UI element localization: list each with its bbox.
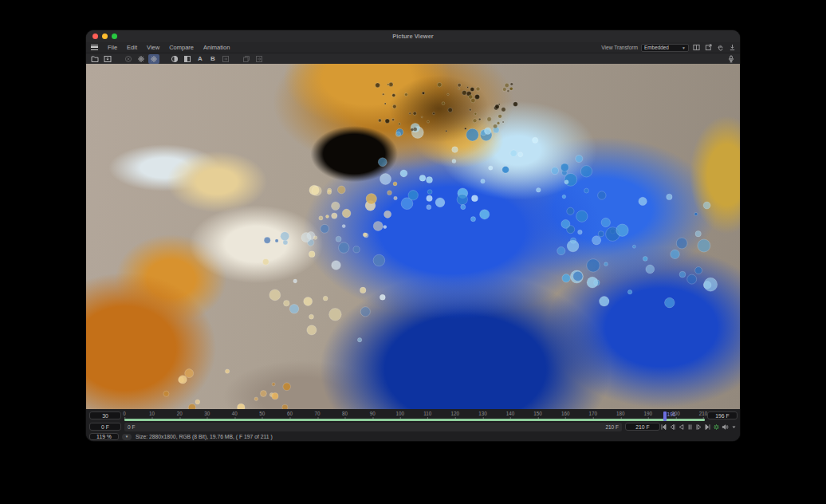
- copy-disabled-icon: [241, 54, 252, 64]
- cache-bar: [124, 419, 705, 422]
- play-forward-button[interactable]: [694, 423, 702, 431]
- transport-options-button[interactable]: [730, 423, 738, 431]
- timeline-panel: 30 196 010203040506070809010011012013014…: [86, 409, 740, 441]
- ruler-tick-label: 180: [616, 411, 625, 416]
- window-controls: [92, 33, 117, 39]
- ruler-tick-label: 160: [561, 411, 570, 416]
- range-end-field[interactable]: 210 F: [625, 423, 660, 431]
- ruler-tick-label: 60: [287, 411, 293, 416]
- ruler-tick-label: 130: [478, 411, 487, 416]
- version-a[interactable]: A: [195, 54, 206, 64]
- ruler-tick-label: 200: [671, 411, 680, 416]
- range-row: 0 F 0 F 210 F 210 F: [86, 422, 740, 432]
- ruler-row: 30 196 010203040506070809010011012013014…: [86, 410, 740, 422]
- play-reverse-button[interactable]: [677, 423, 685, 431]
- menu-view[interactable]: View: [142, 44, 164, 51]
- ruler-tick-label: 90: [370, 411, 376, 416]
- open-folder-icon[interactable]: [89, 54, 100, 64]
- image-info-text: Size: 2880x1800, RGB (8 Bit), 19.76 MB, …: [136, 434, 273, 439]
- menu-edit[interactable]: Edit: [122, 44, 142, 51]
- ruler-tick-label: 30: [204, 411, 210, 416]
- transport-controls: [659, 423, 738, 431]
- ruler-tick-label: 190: [644, 411, 653, 416]
- ruler-tick-label: 210: [699, 411, 708, 416]
- ruler-tick-label: 50: [259, 411, 265, 416]
- view-transform-value: Embedded: [644, 45, 669, 50]
- playhead[interactable]: [663, 411, 667, 421]
- close-button[interactable]: [92, 33, 98, 39]
- range-bar-end-label: 210 F: [605, 424, 619, 430]
- microphone-icon[interactable]: [726, 54, 737, 64]
- ruler-tick-label: 80: [342, 411, 348, 416]
- current-frame-field[interactable]: 196 F: [707, 411, 738, 419]
- contrast-icon[interactable]: [169, 54, 180, 64]
- ruler-tick-label: 150: [533, 411, 542, 416]
- menu-file[interactable]: File: [103, 44, 122, 51]
- settings-gear-icon[interactable]: [136, 54, 147, 64]
- ruler-tick-label: 110: [423, 411, 431, 416]
- zoom-button[interactable]: [112, 33, 117, 39]
- hamburger-icon[interactable]: [91, 45, 98, 50]
- render-disabled-icon: [123, 54, 134, 64]
- viewer-image[interactable]: [86, 64, 740, 411]
- menu-compare[interactable]: Compare: [164, 44, 199, 51]
- ruler-tick-label: 40: [232, 411, 238, 416]
- step-back-button[interactable]: [668, 423, 676, 431]
- status-row: 119 % ▼ Size: 2880x1800, RGB (8 Bit), 19…: [86, 432, 740, 441]
- split-view-icon[interactable]: [692, 43, 701, 52]
- version-b[interactable]: B: [207, 54, 218, 64]
- volume-button[interactable]: [721, 423, 729, 431]
- range-start-field[interactable]: 0 F: [89, 423, 121, 431]
- toolbar: A B: [86, 53, 740, 64]
- forward-disabled-icon: [254, 54, 265, 64]
- settings-gear-active-icon[interactable]: [148, 54, 159, 64]
- timeline-start-field[interactable]: 30: [89, 411, 121, 419]
- zoom-dropdown-button[interactable]: ▼: [122, 434, 132, 440]
- view-transform-label: View Transform: [601, 45, 638, 50]
- chevron-down-icon: ▼: [682, 45, 686, 50]
- range-bar[interactable]: 0 F 210 F: [124, 423, 622, 431]
- range-bar-start-label: 0 F: [128, 424, 135, 430]
- bubbles-overlay: [86, 64, 740, 411]
- zoom-level-field[interactable]: 119 %: [89, 433, 119, 440]
- ruler-tick-label: 170: [588, 411, 597, 416]
- dock-icon[interactable]: [728, 43, 737, 52]
- goto-end-button[interactable]: [703, 423, 711, 431]
- loop-playback-button[interactable]: [712, 423, 720, 431]
- goto-start-button[interactable]: [659, 423, 667, 431]
- menubar: File Edit View Compare Animation View Tr…: [86, 42, 740, 53]
- ruler-tick-label: 140: [506, 411, 515, 416]
- ruler-tick-label: 100: [395, 411, 404, 416]
- ab-compare-icon[interactable]: [182, 54, 193, 64]
- ruler-tick-label: 0: [123, 411, 126, 416]
- pause-button[interactable]: [686, 423, 694, 431]
- save-icon[interactable]: [102, 54, 113, 64]
- menu-animation[interactable]: Animation: [199, 44, 234, 51]
- pop-out-icon[interactable]: [704, 43, 713, 52]
- titlebar[interactable]: Picture Viewer: [86, 30, 740, 42]
- view-transform-select[interactable]: Embedded ▼: [641, 44, 689, 52]
- ruler-tick-label: 20: [177, 411, 183, 416]
- link-disabled-icon: [220, 54, 231, 64]
- ruler-tick-label: 120: [451, 411, 460, 416]
- picture-viewer-window: Picture Viewer File Edit View Compare An…: [86, 30, 740, 441]
- hand-tool-icon[interactable]: [716, 43, 725, 52]
- ruler-tick-label: 70: [314, 411, 320, 416]
- ruler-tick-label: 10: [149, 411, 155, 416]
- minimize-button[interactable]: [102, 33, 108, 39]
- timeline-ruler[interactable]: 196 010203040506070809010011012013014015…: [124, 410, 703, 422]
- window-title: Picture Viewer: [86, 33, 740, 40]
